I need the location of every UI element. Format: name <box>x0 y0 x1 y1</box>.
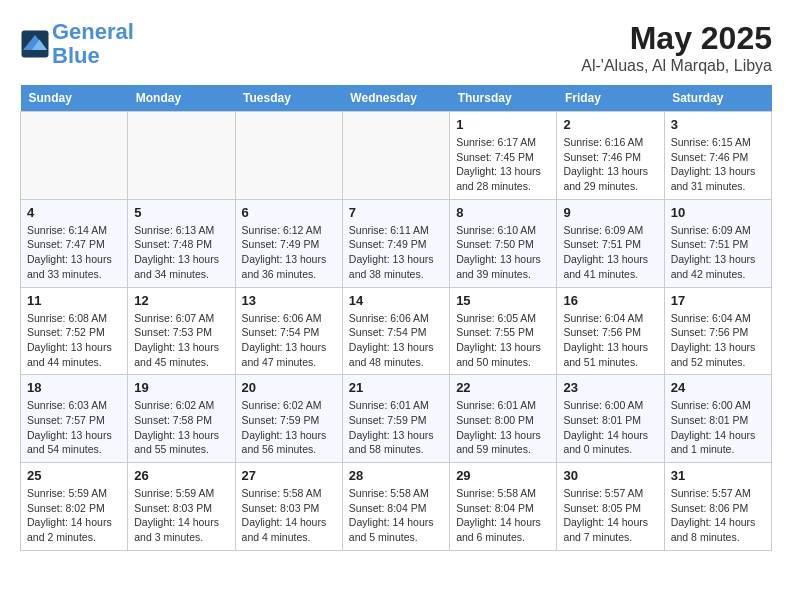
calendar-cell: 4Sunrise: 6:14 AM Sunset: 7:47 PM Daylig… <box>21 199 128 287</box>
calendar-cell: 18Sunrise: 6:03 AM Sunset: 7:57 PM Dayli… <box>21 375 128 463</box>
day-detail: Sunrise: 6:07 AM Sunset: 7:53 PM Dayligh… <box>134 311 228 370</box>
calendar-cell: 1Sunrise: 6:17 AM Sunset: 7:45 PM Daylig… <box>450 112 557 200</box>
day-detail: Sunrise: 5:57 AM Sunset: 8:06 PM Dayligh… <box>671 486 765 545</box>
day-number: 10 <box>671 205 765 220</box>
calendar-cell: 10Sunrise: 6:09 AM Sunset: 7:51 PM Dayli… <box>664 199 771 287</box>
day-detail: Sunrise: 6:04 AM Sunset: 7:56 PM Dayligh… <box>671 311 765 370</box>
calendar-cell: 3Sunrise: 6:15 AM Sunset: 7:46 PM Daylig… <box>664 112 771 200</box>
calendar-cell <box>235 112 342 200</box>
day-number: 27 <box>242 468 336 483</box>
day-number: 25 <box>27 468 121 483</box>
calendar-week-row: 25Sunrise: 5:59 AM Sunset: 8:02 PM Dayli… <box>21 463 772 551</box>
calendar-week-row: 1Sunrise: 6:17 AM Sunset: 7:45 PM Daylig… <box>21 112 772 200</box>
calendar-cell: 12Sunrise: 6:07 AM Sunset: 7:53 PM Dayli… <box>128 287 235 375</box>
day-number: 26 <box>134 468 228 483</box>
day-detail: Sunrise: 5:57 AM Sunset: 8:05 PM Dayligh… <box>563 486 657 545</box>
day-detail: Sunrise: 6:10 AM Sunset: 7:50 PM Dayligh… <box>456 223 550 282</box>
calendar-cell: 5Sunrise: 6:13 AM Sunset: 7:48 PM Daylig… <box>128 199 235 287</box>
day-detail: Sunrise: 6:17 AM Sunset: 7:45 PM Dayligh… <box>456 135 550 194</box>
day-number: 11 <box>27 293 121 308</box>
day-number: 14 <box>349 293 443 308</box>
calendar-cell: 26Sunrise: 5:59 AM Sunset: 8:03 PM Dayli… <box>128 463 235 551</box>
calendar-cell: 16Sunrise: 6:04 AM Sunset: 7:56 PM Dayli… <box>557 287 664 375</box>
calendar-cell: 31Sunrise: 5:57 AM Sunset: 8:06 PM Dayli… <box>664 463 771 551</box>
day-number: 29 <box>456 468 550 483</box>
weekday-header: Monday <box>128 85 235 112</box>
calendar-table: SundayMondayTuesdayWednesdayThursdayFrid… <box>20 85 772 551</box>
weekday-header: Saturday <box>664 85 771 112</box>
day-detail: Sunrise: 6:01 AM Sunset: 7:59 PM Dayligh… <box>349 398 443 457</box>
calendar-cell: 19Sunrise: 6:02 AM Sunset: 7:58 PM Dayli… <box>128 375 235 463</box>
day-detail: Sunrise: 6:02 AM Sunset: 7:58 PM Dayligh… <box>134 398 228 457</box>
day-detail: Sunrise: 5:59 AM Sunset: 8:03 PM Dayligh… <box>134 486 228 545</box>
calendar-cell <box>342 112 449 200</box>
day-detail: Sunrise: 6:05 AM Sunset: 7:55 PM Dayligh… <box>456 311 550 370</box>
day-detail: Sunrise: 6:03 AM Sunset: 7:57 PM Dayligh… <box>27 398 121 457</box>
weekday-header: Thursday <box>450 85 557 112</box>
day-detail: Sunrise: 6:06 AM Sunset: 7:54 PM Dayligh… <box>242 311 336 370</box>
calendar-cell: 22Sunrise: 6:01 AM Sunset: 8:00 PM Dayli… <box>450 375 557 463</box>
calendar-cell <box>21 112 128 200</box>
day-number: 17 <box>671 293 765 308</box>
day-number: 15 <box>456 293 550 308</box>
calendar-cell: 28Sunrise: 5:58 AM Sunset: 8:04 PM Dayli… <box>342 463 449 551</box>
weekday-header: Friday <box>557 85 664 112</box>
calendar-cell <box>128 112 235 200</box>
calendar-cell: 25Sunrise: 5:59 AM Sunset: 8:02 PM Dayli… <box>21 463 128 551</box>
calendar-cell: 29Sunrise: 5:58 AM Sunset: 8:04 PM Dayli… <box>450 463 557 551</box>
day-detail: Sunrise: 6:09 AM Sunset: 7:51 PM Dayligh… <box>563 223 657 282</box>
day-number: 8 <box>456 205 550 220</box>
day-detail: Sunrise: 5:59 AM Sunset: 8:02 PM Dayligh… <box>27 486 121 545</box>
calendar-cell: 14Sunrise: 6:06 AM Sunset: 7:54 PM Dayli… <box>342 287 449 375</box>
weekday-header: Wednesday <box>342 85 449 112</box>
day-detail: Sunrise: 6:08 AM Sunset: 7:52 PM Dayligh… <box>27 311 121 370</box>
logo-text: General Blue <box>52 20 134 68</box>
day-number: 30 <box>563 468 657 483</box>
weekday-header-row: SundayMondayTuesdayWednesdayThursdayFrid… <box>21 85 772 112</box>
day-detail: Sunrise: 6:00 AM Sunset: 8:01 PM Dayligh… <box>563 398 657 457</box>
weekday-header: Sunday <box>21 85 128 112</box>
calendar-cell: 8Sunrise: 6:10 AM Sunset: 7:50 PM Daylig… <box>450 199 557 287</box>
calendar-cell: 21Sunrise: 6:01 AM Sunset: 7:59 PM Dayli… <box>342 375 449 463</box>
day-number: 12 <box>134 293 228 308</box>
calendar-week-row: 11Sunrise: 6:08 AM Sunset: 7:52 PM Dayli… <box>21 287 772 375</box>
day-detail: Sunrise: 5:58 AM Sunset: 8:03 PM Dayligh… <box>242 486 336 545</box>
calendar-cell: 15Sunrise: 6:05 AM Sunset: 7:55 PM Dayli… <box>450 287 557 375</box>
day-number: 31 <box>671 468 765 483</box>
logo-blue: Blue <box>52 43 100 68</box>
calendar-cell: 20Sunrise: 6:02 AM Sunset: 7:59 PM Dayli… <box>235 375 342 463</box>
weekday-header: Tuesday <box>235 85 342 112</box>
day-detail: Sunrise: 6:16 AM Sunset: 7:46 PM Dayligh… <box>563 135 657 194</box>
day-detail: Sunrise: 6:15 AM Sunset: 7:46 PM Dayligh… <box>671 135 765 194</box>
calendar-cell: 6Sunrise: 6:12 AM Sunset: 7:49 PM Daylig… <box>235 199 342 287</box>
day-number: 2 <box>563 117 657 132</box>
day-number: 28 <box>349 468 443 483</box>
day-detail: Sunrise: 6:06 AM Sunset: 7:54 PM Dayligh… <box>349 311 443 370</box>
day-detail: Sunrise: 5:58 AM Sunset: 8:04 PM Dayligh… <box>456 486 550 545</box>
day-number: 21 <box>349 380 443 395</box>
logo-icon <box>20 29 50 59</box>
day-detail: Sunrise: 6:00 AM Sunset: 8:01 PM Dayligh… <box>671 398 765 457</box>
calendar-cell: 7Sunrise: 6:11 AM Sunset: 7:49 PM Daylig… <box>342 199 449 287</box>
day-number: 24 <box>671 380 765 395</box>
day-number: 19 <box>134 380 228 395</box>
day-number: 1 <box>456 117 550 132</box>
day-detail: Sunrise: 6:12 AM Sunset: 7:49 PM Dayligh… <box>242 223 336 282</box>
day-number: 16 <box>563 293 657 308</box>
calendar-cell: 9Sunrise: 6:09 AM Sunset: 7:51 PM Daylig… <box>557 199 664 287</box>
page-header: General Blue May 2025 Al-'Aluas, Al Marq… <box>20 20 772 75</box>
calendar-week-row: 18Sunrise: 6:03 AM Sunset: 7:57 PM Dayli… <box>21 375 772 463</box>
day-number: 9 <box>563 205 657 220</box>
calendar-cell: 23Sunrise: 6:00 AM Sunset: 8:01 PM Dayli… <box>557 375 664 463</box>
calendar-cell: 17Sunrise: 6:04 AM Sunset: 7:56 PM Dayli… <box>664 287 771 375</box>
calendar-week-row: 4Sunrise: 6:14 AM Sunset: 7:47 PM Daylig… <box>21 199 772 287</box>
calendar-cell: 11Sunrise: 6:08 AM Sunset: 7:52 PM Dayli… <box>21 287 128 375</box>
day-detail: Sunrise: 6:13 AM Sunset: 7:48 PM Dayligh… <box>134 223 228 282</box>
day-number: 3 <box>671 117 765 132</box>
day-detail: Sunrise: 6:11 AM Sunset: 7:49 PM Dayligh… <box>349 223 443 282</box>
day-number: 18 <box>27 380 121 395</box>
logo: General Blue <box>20 20 134 68</box>
day-number: 20 <box>242 380 336 395</box>
day-number: 22 <box>456 380 550 395</box>
day-number: 23 <box>563 380 657 395</box>
